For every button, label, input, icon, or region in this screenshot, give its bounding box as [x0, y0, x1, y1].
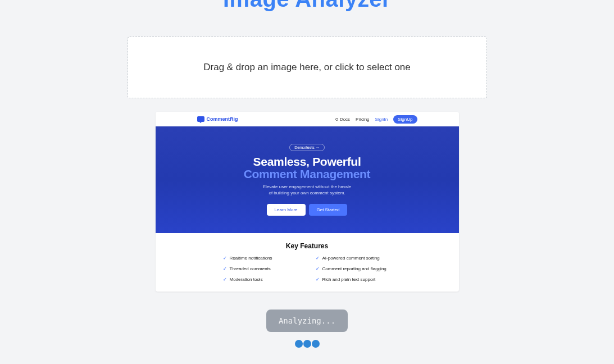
image-dropzone[interactable]: Drag & drop an image here, or click to s… — [128, 37, 487, 98]
preview-nav-docs: Docs — [335, 117, 350, 122]
check-icon: ✓ — [223, 266, 227, 271]
chat-bubble-icon — [197, 116, 204, 122]
uploaded-image-preview: CommentRig Docs Pricing SignIn SignUp De… — [156, 112, 459, 292]
check-icon: ✓ — [316, 256, 320, 261]
preview-learn-more-button: Learn More — [267, 204, 306, 216]
preview-hero: Demo/tests → Seamless, Powerful Comment … — [156, 126, 459, 233]
preview-nav-pricing: Pricing — [356, 117, 369, 122]
loading-spinner — [295, 340, 320, 348]
dropzone-instructions: Drag & drop an image here, or click to s… — [139, 62, 475, 73]
preview-demo-pill: Demo/tests → — [289, 144, 324, 151]
list-item: ✓Realtime notifications — [223, 256, 299, 261]
loader-dot-icon — [295, 340, 303, 348]
preview-headline: Seamless, Powerful Comment Management — [244, 156, 371, 180]
preview-get-started-button: Get Started — [309, 204, 348, 216]
preview-features-grid: ✓Realtime notifications ✓AI-powered comm… — [223, 256, 392, 282]
preview-logo: CommentRig — [197, 116, 238, 122]
list-item: ✓Moderation tools — [223, 277, 299, 282]
check-icon: ✓ — [316, 266, 320, 271]
preview-cta-row: Learn More Get Started — [267, 204, 348, 216]
dot-icon — [335, 118, 338, 121]
check-icon: ✓ — [223, 256, 227, 261]
check-icon: ✓ — [223, 277, 227, 282]
analyze-button[interactable]: Analyzing... — [266, 310, 348, 332]
preview-nav-signup: SignUp — [393, 115, 417, 124]
list-item: ✓AI-powered comment sorting — [316, 256, 392, 261]
preview-site-header: CommentRig Docs Pricing SignIn SignUp — [156, 112, 459, 126]
preview-nav: Docs Pricing SignIn SignUp — [335, 115, 417, 124]
preview-features-section: Key Features ✓Realtime notifications ✓AI… — [156, 233, 459, 292]
preview-nav-signin: SignIn — [375, 117, 388, 122]
preview-brand-name: CommentRig — [207, 116, 238, 122]
preview-features-heading: Key Features — [156, 242, 459, 250]
list-item: ✓Comment reporting and flagging — [316, 266, 392, 271]
loader-dot-icon — [303, 340, 311, 348]
page-title: Image Analyzer — [223, 0, 391, 12]
list-item: ✓Rich and plain text support — [316, 277, 392, 282]
list-item: ✓Threaded comments — [223, 266, 299, 271]
preview-subheadline: Elevate user engagement without the hass… — [263, 184, 351, 197]
loader-dot-icon — [312, 340, 320, 348]
check-icon: ✓ — [316, 277, 320, 282]
